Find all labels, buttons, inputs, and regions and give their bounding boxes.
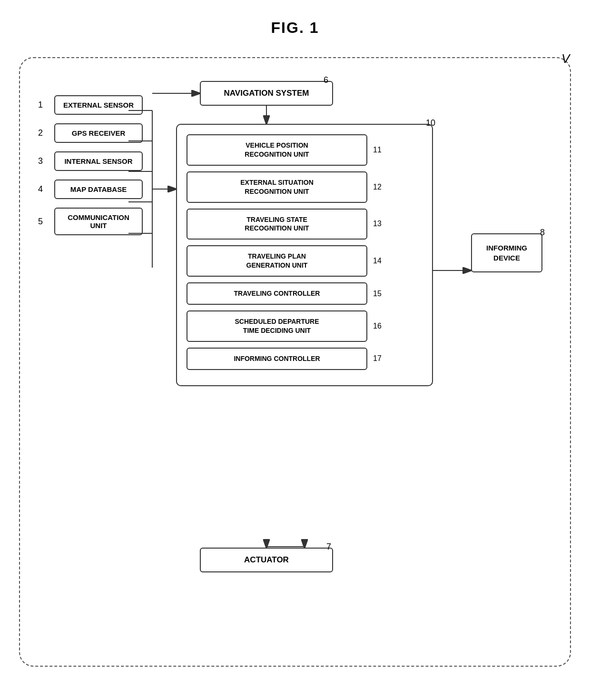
- page-container: FIG. 1 V 1 EXTERNAL SENSOR 2 GPS RECEIVE…: [0, 0, 590, 700]
- unit-box-informing-controller: INFORMING CONTROLLER: [187, 348, 367, 370]
- unit-row-12: EXTERNAL SITUATIONRECOGNITION UNIT 12: [187, 171, 423, 203]
- sensor-num-4: 4: [38, 184, 49, 194]
- unit-box-traveling-plan: TRAVELING PLANGENERATION UNIT: [187, 245, 367, 277]
- sensor-num-5: 5: [38, 217, 49, 227]
- sensor-box-internal: INTERNAL SENSOR: [54, 151, 143, 171]
- unit-row-14: TRAVELING PLANGENERATION UNIT 14: [187, 245, 423, 277]
- unit-num-15: 15: [373, 290, 382, 298]
- unit-box-traveling-state: TRAVELING STATERECOGNITION UNIT: [187, 209, 367, 240]
- unit-row-15: TRAVELING CONTROLLER 15: [187, 282, 423, 305]
- sensor-num-2: 2: [38, 128, 49, 138]
- unit-row-11: VEHICLE POSITIONRECOGNITION UNIT 11: [187, 134, 423, 166]
- ecu-box: VEHICLE POSITIONRECOGNITION UNIT 11 EXTE…: [176, 124, 433, 386]
- unit-row-16: SCHEDULED DEPARTURETIME DECIDING UNIT 16: [187, 310, 423, 342]
- navigation-system-box: NAVIGATION SYSTEM: [200, 81, 333, 106]
- unit-num-17: 17: [373, 354, 382, 363]
- ecu-num: 10: [426, 118, 435, 128]
- unit-num-11: 11: [373, 146, 382, 154]
- unit-num-16: 16: [373, 322, 382, 330]
- sensor-box-external: EXTERNAL SENSOR: [54, 95, 143, 115]
- sensor-num-1: 1: [38, 100, 49, 110]
- unit-num-12: 12: [373, 183, 382, 191]
- actuator-box: ACTUATOR: [200, 548, 333, 572]
- unit-num-14: 14: [373, 257, 382, 265]
- unit-num-13: 13: [373, 220, 382, 228]
- sensor-box-comm: COMMUNICATION UNIT: [54, 208, 143, 235]
- figure-title: FIG. 1: [0, 0, 590, 37]
- unit-row-17: INFORMING CONTROLLER 17: [187, 348, 423, 370]
- unit-box-vehicle-position: VEHICLE POSITIONRECOGNITION UNIT: [187, 134, 367, 166]
- sensor-row-5: 5 COMMUNICATION UNIT: [38, 208, 143, 235]
- unit-box-scheduled-departure: SCHEDULED DEPARTURETIME DECIDING UNIT: [187, 310, 367, 342]
- v-label: V: [561, 51, 570, 66]
- unit-box-external-situation: EXTERNAL SITUATIONRECOGNITION UNIT: [187, 171, 367, 203]
- sensor-num-3: 3: [38, 156, 49, 166]
- unit-box-traveling-controller: TRAVELING CONTROLLER: [187, 282, 367, 305]
- informing-device-num: 8: [540, 228, 545, 238]
- sensor-row-1: 1 EXTERNAL SENSOR: [38, 95, 143, 115]
- sensor-row-4: 4 MAP DATABASE: [38, 180, 143, 199]
- nav-system-num: 6: [324, 75, 328, 85]
- actuator-num: 7: [326, 542, 331, 552]
- unit-row-13: TRAVELING STATERECOGNITION UNIT 13: [187, 209, 423, 240]
- sensor-row-2: 2 GPS RECEIVER: [38, 123, 143, 143]
- sensors-column: 1 EXTERNAL SENSOR 2 GPS RECEIVER 3 INTER…: [38, 95, 143, 235]
- informing-device-box: INFORMINGDEVICE: [471, 233, 542, 272]
- sensor-box-gps: GPS RECEIVER: [54, 123, 143, 143]
- sensor-row-3: 3 INTERNAL SENSOR: [38, 151, 143, 171]
- sensor-box-map: MAP DATABASE: [54, 180, 143, 199]
